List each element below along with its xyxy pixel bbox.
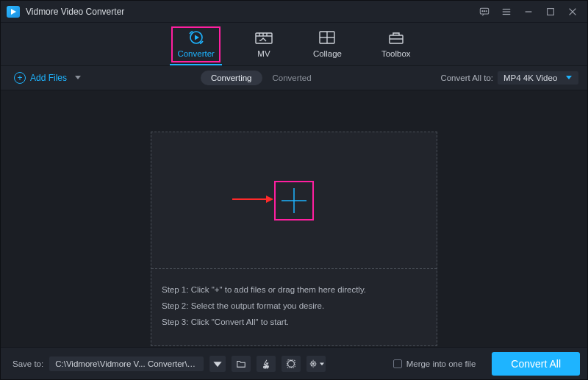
- minimize-icon[interactable]: [523, 6, 534, 18]
- svg-marker-31: [214, 362, 222, 367]
- svg-point-19: [259, 40, 261, 41]
- instructions: Step 1: Click "+" to add files or drag t…: [151, 269, 437, 345]
- convert-all-to-label: Convert All to:: [440, 74, 493, 82]
- main-area: Step 1: Click "+" to add files or drag t…: [1, 90, 587, 347]
- app-logo-icon: [7, 6, 20, 18]
- plus-circle-icon: +: [14, 72, 26, 84]
- merge-label: Merge into one file: [406, 359, 476, 368]
- footer: Save to: C:\Vidmore\Vidmore V... Convert…: [1, 347, 587, 379]
- svg-point-33: [288, 360, 295, 367]
- drop-zone[interactable]: [151, 132, 437, 269]
- settings-button[interactable]: [306, 356, 326, 372]
- instruction-step: Step 3: Click "Convert All" to start.: [162, 316, 426, 328]
- svg-rect-14: [256, 33, 272, 43]
- annotation-highlight: [274, 181, 314, 221]
- convert-all-button[interactable]: Convert All: [492, 352, 580, 376]
- svg-marker-0: [11, 9, 16, 15]
- toolbox-icon: [387, 29, 405, 46]
- add-files-button[interactable]: + Add Files: [14, 72, 82, 84]
- collage-icon: [318, 29, 336, 46]
- convert-all-to: Convert All to: MP4 4K Video: [440, 71, 578, 85]
- output-format-value: MP4 4K Video: [503, 74, 557, 82]
- tab-collage[interactable]: Collage: [310, 27, 345, 62]
- tab-converter[interactable]: Converter: [174, 27, 218, 62]
- svg-text:OFF: OFF: [264, 366, 269, 369]
- chevron-down-icon: [565, 74, 573, 82]
- svg-rect-34: [287, 359, 295, 368]
- tab-label: Converter: [177, 49, 215, 58]
- svg-point-3: [484, 10, 484, 11]
- close-icon[interactable]: [567, 6, 578, 18]
- svg-marker-26: [566, 76, 572, 79]
- maximize-icon[interactable]: [545, 6, 556, 18]
- svg-marker-28: [266, 196, 273, 203]
- task-schedule-button[interactable]: [282, 356, 301, 372]
- checkbox-icon: [393, 359, 402, 368]
- menu-icon[interactable]: [501, 6, 512, 18]
- drop-panel: Step 1: Click "+" to add files or drag t…: [151, 132, 437, 346]
- instruction-step: Step 2: Select the output format you des…: [162, 300, 426, 312]
- tab-mv[interactable]: MV: [251, 27, 276, 62]
- svg-marker-37: [320, 362, 324, 365]
- window-controls: [478, 6, 581, 18]
- svg-point-2: [482, 10, 483, 11]
- svg-point-4: [486, 10, 487, 11]
- options-bar: + Add Files Converting Converted Convert…: [1, 65, 587, 90]
- svg-marker-25: [75, 76, 81, 79]
- converter-icon: [187, 29, 205, 46]
- svg-point-36: [312, 363, 314, 365]
- merge-checkbox[interactable]: Merge into one file: [393, 359, 476, 368]
- tab-toolbox[interactable]: Toolbox: [379, 27, 414, 62]
- save-path-dropdown[interactable]: [209, 356, 226, 372]
- app-window: Vidmore Video Converter: [0, 0, 588, 380]
- add-files-plus-icon[interactable]: [279, 186, 309, 215]
- chevron-down-icon: [74, 73, 82, 83]
- add-files-label: Add Files: [30, 73, 67, 83]
- status-toggle: Converting Converted: [201, 71, 322, 85]
- annotation-arrow-icon: [232, 194, 273, 207]
- titlebar: Vidmore Video Converter: [1, 1, 587, 23]
- mv-icon: [254, 29, 273, 46]
- annotation-highlight: Converter: [171, 26, 220, 62]
- save-path-field[interactable]: C:\Vidmore\Vidmore V... Converter\Conver…: [49, 356, 204, 371]
- toggle-converting[interactable]: Converting: [201, 71, 262, 85]
- tab-label: MV: [257, 49, 270, 58]
- feedback-icon[interactable]: [478, 6, 490, 18]
- svg-marker-13: [195, 35, 199, 40]
- open-folder-button[interactable]: [232, 356, 251, 372]
- toggle-converted[interactable]: Converted: [262, 71, 322, 85]
- app-title: Vidmore Video Converter: [26, 7, 124, 17]
- tab-label: Collage: [313, 49, 342, 58]
- instruction-step: Step 1: Click "+" to add files or drag t…: [162, 284, 426, 295]
- hardware-accel-button[interactable]: OFF: [257, 356, 276, 372]
- main-tabs: Converter MV Collage: [1, 23, 587, 65]
- output-format-dropdown[interactable]: MP4 4K Video: [498, 71, 578, 85]
- svg-rect-9: [548, 8, 554, 15]
- tab-label: Toolbox: [381, 49, 411, 58]
- save-to-label: Save to:: [12, 359, 43, 368]
